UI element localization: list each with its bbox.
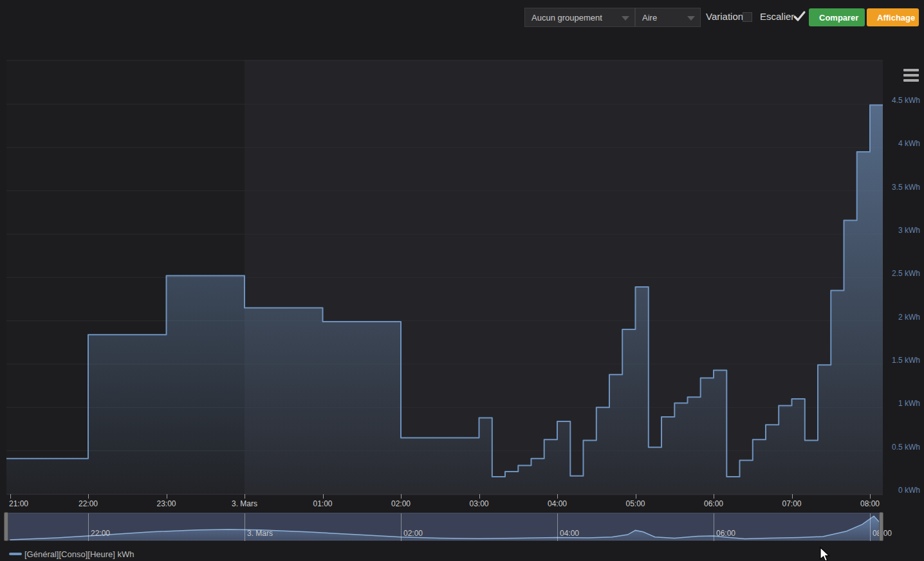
variation-label: Variation: [706, 11, 743, 22]
navigator-tick-label: 06:00: [716, 529, 735, 538]
x-axis-tick-label: 3. Mars: [232, 499, 257, 508]
grouping-select[interactable]: Aucun groupement: [524, 8, 635, 27]
x-axis-tick-label: 23:00: [156, 499, 176, 508]
x-axis-tick-label: 08:00: [860, 499, 880, 508]
navigator-tick-label: 02:00: [403, 529, 423, 538]
x-axis-tick-label: 06:00: [704, 499, 723, 508]
hamburger-menu-icon[interactable]: [903, 69, 919, 82]
grouping-select-value: Aucun groupement: [531, 13, 602, 23]
chart-type-select[interactable]: Aire: [635, 8, 701, 27]
navigator-right-handle[interactable]: [879, 512, 883, 541]
navigator-tick-label: 22:00: [91, 529, 110, 538]
x-axis-tick: [245, 494, 245, 499]
compare-button[interactable]: Comparer: [809, 8, 865, 26]
y-axis-tick-label: 3.5 kWh: [887, 183, 920, 192]
x-axis-tick: [479, 494, 480, 499]
display-button[interactable]: Affichage: [867, 8, 919, 26]
navigator-tick-label: 3. Mars: [247, 529, 273, 538]
navigator-left-handle[interactable]: [4, 512, 8, 541]
legend-series-label[interactable]: [Général][Conso][Heure] kWh: [24, 549, 134, 559]
y-axis-tick-label: 0.5 kWh: [887, 443, 920, 452]
x-axis-tick: [714, 494, 714, 499]
variation-checkbox[interactable]: [743, 12, 752, 22]
x-axis-tick: [792, 494, 793, 499]
x-axis-tick-label: 07:00: [782, 499, 801, 508]
escalier-label: Escalier: [760, 11, 794, 22]
chart-type-select-value: Aire: [642, 13, 657, 23]
y-axis-tick-label: 2.5 kWh: [887, 269, 920, 278]
x-axis-tick: [401, 494, 402, 499]
y-axis-tick-label: 3 kWh: [887, 226, 920, 235]
navigator-gridline: [401, 513, 402, 541]
navigator-gridline: [870, 513, 871, 541]
x-axis-tick: [88, 494, 89, 499]
display-button-label: Affichage: [877, 13, 915, 23]
check-icon: [792, 9, 806, 23]
x-axis-tick: [636, 494, 636, 499]
x-axis-tick: [557, 494, 558, 499]
main-chart-plot-area[interactable]: [6, 60, 883, 495]
x-axis-tick: [323, 494, 324, 499]
navigator-gridline: [557, 513, 558, 541]
navigator-mini-chart: [6, 513, 883, 541]
navigator-gridline: [245, 513, 245, 541]
y-axis-tick-label: 1.5 kWh: [887, 356, 920, 365]
x-axis-tick-label: 04:00: [548, 499, 567, 508]
top-toolbar: Aucun groupement Aire Variation Escalier…: [0, 0, 924, 31]
y-axis-tick-label: 0 kWh: [887, 486, 920, 495]
y-axis-tick-label: 2 kWh: [887, 313, 920, 322]
legend-swatch: [9, 553, 22, 555]
escalier-checkbox[interactable]: [792, 9, 806, 23]
x-axis-tick-label: 03:00: [469, 499, 488, 508]
chevron-down-icon: [622, 16, 629, 21]
x-axis-tick: [870, 494, 871, 499]
x-axis-tick-label: 01:00: [313, 499, 332, 508]
x-axis-tick-label: 02:00: [391, 499, 411, 508]
y-axis-tick-label: 4.5 kWh: [887, 96, 920, 105]
consumption-step-area-chart: [6, 60, 883, 495]
energy-history-app: Aucun groupement Aire Variation Escalier…: [0, 0, 924, 561]
navigator[interactable]: 22:003. Mars02:0004:0006:0008:00: [6, 513, 883, 540]
navigator-tick-label: 04:00: [560, 529, 579, 538]
x-axis-tick: [10, 494, 11, 499]
compare-button-label: Comparer: [819, 13, 858, 23]
navigator-gridline: [714, 513, 714, 541]
navigator-gridline: [88, 513, 89, 541]
x-axis-tick-label: 05:00: [625, 499, 645, 508]
mouse-cursor: [819, 547, 833, 561]
chevron-down-icon: [687, 16, 695, 21]
zoom-toolbar: Zoom Tous30 minHeureJourSemaineMoisAnnée: [0, 31, 924, 60]
x-axis-tick-label: 21:00: [9, 499, 28, 508]
x-axis-tick-label: 22:00: [79, 499, 98, 508]
y-axis-tick-label: 1 kWh: [887, 399, 920, 408]
x-axis-tick: [167, 494, 167, 499]
y-axis-tick-label: 4 kWh: [887, 139, 920, 148]
